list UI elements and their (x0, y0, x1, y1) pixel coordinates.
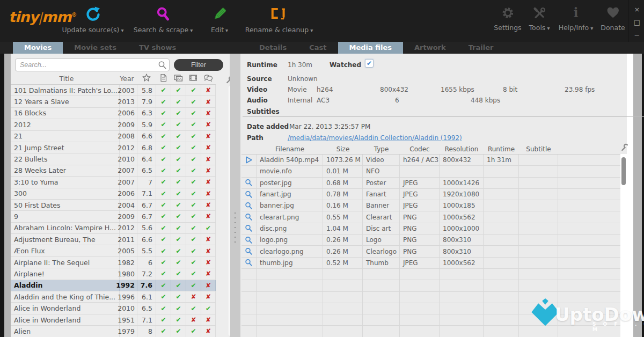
movie-row[interactable]: 101 Dalmatians II: Patch's Lo...20035.8✔… (11, 85, 216, 96)
check-icon: ✔ (175, 133, 181, 140)
movie-mark-cell: ✔ (171, 188, 186, 199)
tab-cast[interactable]: Cast (298, 42, 338, 54)
movie-row[interactable]: 16 Blocks20066.3✔✔✔✘ (11, 108, 216, 119)
preview-icon[interactable] (241, 178, 257, 188)
movie-row[interactable]: Æon Flux20055.5✔✔✔✘ (11, 245, 216, 257)
check-icon: ✔ (191, 247, 196, 255)
preview-icon[interactable] (241, 246, 257, 257)
file-cell (257, 280, 323, 291)
movie-mark-cell: ✘ (201, 153, 216, 164)
movie-row[interactable]: Adjustment Bureau, The20116.6✔✔✔✘ (11, 234, 216, 245)
movie-row[interactable]: 2120086.6✔✔✔✘ (11, 131, 216, 142)
preview-icon[interactable] (241, 211, 257, 222)
file-row[interactable]: clearart.png0.55 MClearartPNG1000x562 (241, 211, 620, 223)
file-row[interactable]: banner.jpg0.16 MBannerJPEG1000x185 (241, 200, 620, 211)
resolution-column-header[interactable]: Resolution (440, 144, 484, 154)
file-row[interactable]: poster.jpg0.68 MPosterJPEG1000x1426 (241, 178, 620, 189)
check-icon: ✔ (160, 86, 166, 94)
check-icon: ✔ (191, 270, 196, 277)
file-row[interactable]: disc.png1.04 MDisc artPNG1000x1000 (241, 223, 620, 235)
minimize-window-button[interactable]: − (631, 29, 643, 42)
movie-row[interactable]: 3:10 to Yuma20077✔✔✔✘ (11, 177, 216, 188)
codec-column-header[interactable]: Codec (400, 144, 440, 154)
path-link[interactable]: /media/data/movies/Aladdin Collection/Al… (288, 134, 462, 142)
file-row[interactable]: thumb.jpg0.52 MThumbJPEG1000x562 (241, 258, 620, 269)
type-column-header[interactable]: Type (363, 144, 400, 154)
preview-icon[interactable] (241, 200, 257, 211)
movie-row[interactable]: 920096.7✔✔✔✘ (11, 211, 216, 222)
movie-row[interactable]: Aladdin and the King of Thie...19966.1✔✔… (11, 291, 216, 303)
column-settings-button[interactable] (620, 143, 628, 153)
movie-row[interactable]: Alice in Wonderland19517.1✔✔✘✘ (11, 314, 216, 326)
movie-row[interactable]: 12 Years a Slave20137.9✔✔✔✘ (11, 96, 216, 107)
rename-cleanup-button[interactable]: Rename & cleanup▾ (245, 6, 313, 34)
movie-row[interactable]: Alice in Wonderland20106.5✔✔✔✔ (11, 303, 216, 314)
file-icon-cell (241, 326, 257, 336)
movie-row[interactable]: 22 Bullets20106.4✔✔✔✘ (11, 153, 216, 165)
files-table-scrollbar[interactable] (620, 154, 627, 337)
file-cell: poster.jpg (257, 178, 323, 188)
movie-mark-cell: ✘ (201, 314, 216, 325)
size-column-header[interactable]: Size (323, 144, 363, 154)
cross-icon: ✘ (206, 121, 211, 128)
play-icon[interactable] (241, 155, 257, 165)
edit-button[interactable]: Edit▾ (211, 6, 228, 34)
settings-button[interactable]: Settings (494, 6, 521, 32)
preview-icon[interactable] (241, 223, 257, 234)
tools-button[interactable]: Tools▾ (529, 6, 550, 32)
tab-media-files[interactable]: Media files (338, 42, 403, 54)
movie-row[interactable]: Alien19798✔✔✔✘ (11, 326, 216, 337)
preview-icon[interactable] (241, 235, 257, 245)
splitter-grip-dot (235, 232, 236, 233)
file-row[interactable]: clearlogo.png0.26 MClearlogoPNG800x310 (241, 246, 620, 257)
movie-row[interactable]: 28 Weeks Later20076.5✔✔✔✘ (11, 165, 216, 177)
tab-movie-sets[interactable]: Movie sets (63, 42, 128, 54)
search-input[interactable] (15, 58, 170, 71)
trailer-column-header[interactable] (186, 73, 201, 84)
movie-row[interactable]: Airplane II: The Sequel19826✔✔✔✘ (11, 257, 216, 268)
maximize-window-button[interactable]: □ (631, 16, 643, 29)
movie-row[interactable]: 50 First Dates20046.7✔✔✔✘ (11, 200, 216, 211)
movie-year-cell: 1979 (119, 326, 137, 336)
movie-mark-cell: ✘ (201, 268, 216, 279)
movie-mark-cell: ✔ (156, 119, 171, 130)
subtitle-column-header[interactable] (201, 73, 216, 84)
search-scrape-button[interactable]: Search & scrape▾ (134, 6, 193, 34)
scrollbar-thumb[interactable] (621, 157, 626, 185)
year-column-header[interactable]: Year (119, 73, 137, 84)
movie-row[interactable]: 21 Jump Street20126.8✔✔✔✘ (11, 142, 216, 153)
movie-title-cell: 22 Bullets (11, 153, 119, 164)
file-row[interactable]: logo.png0.26 MLogoPNG800x310 (241, 235, 620, 246)
update-sources-button[interactable]: Update source(s)▾ (62, 6, 123, 34)
file-row[interactable]: fanart.jpg0.78 MFanartJPEG1920x1080 (241, 189, 620, 200)
close-window-button[interactable]: × (631, 3, 643, 16)
tab-details[interactable]: Details (248, 42, 298, 54)
check-icon: ✔ (191, 98, 196, 106)
movie-rating-cell: 6.7 (137, 200, 156, 210)
subtitle-column-header[interactable]: Subtitle (519, 144, 558, 154)
movie-row[interactable]: Aladdin19927.6✔✔✔✘ (11, 280, 216, 291)
tab-trailer[interactable]: Trailer (457, 42, 505, 54)
filename-column-header[interactable]: Filename (257, 144, 323, 154)
movie-row[interactable]: 201220095.9✔✔✔✘ (11, 119, 216, 130)
runtime-column-header[interactable]: Runtime (484, 144, 519, 154)
donate-button[interactable]: Donate (601, 6, 625, 32)
tab-tv-shows[interactable]: TV shows (128, 42, 187, 54)
file-row[interactable]: Aladdin 540p.mp41073.26 MVideoh264 / AC3… (241, 155, 620, 166)
file-row[interactable]: movie.nfo0.01 MNFO (241, 166, 620, 177)
movie-row[interactable]: 30020067.1✔✔✔✘ (11, 188, 216, 200)
tab-artwork[interactable]: Artwork (403, 42, 457, 54)
artwork-column-header[interactable] (171, 73, 186, 84)
movie-row[interactable]: Airplane!19807.2✔✔✔✘ (11, 268, 216, 280)
tab-movies[interactable]: Movies (13, 42, 63, 54)
panel-splitter[interactable] (230, 54, 240, 337)
title-column-header[interactable]: Title (11, 73, 119, 84)
rating-column-header[interactable] (137, 73, 156, 84)
nfo-column-header[interactable] (156, 73, 171, 84)
preview-icon[interactable] (241, 189, 257, 200)
watched-checkbox[interactable]: ✔ (365, 59, 374, 68)
help-info-button[interactable]: i Help/Info▾ (559, 6, 593, 32)
filter-button[interactable]: Filter (174, 59, 223, 71)
movie-row[interactable]: Abraham Lincoln: Vampire H...20125.6✔✔✔✔ (11, 223, 216, 234)
preview-icon[interactable] (241, 258, 257, 268)
